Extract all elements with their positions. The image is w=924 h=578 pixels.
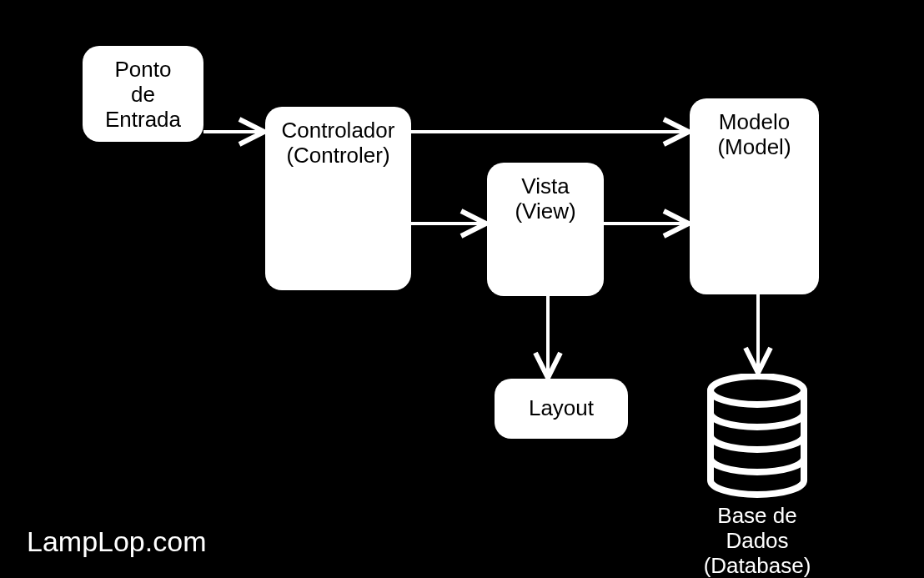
node-entry-line2: de: [131, 83, 155, 108]
database-label-line2: (Database): [704, 553, 811, 578]
database-label-line1: Base de Dados: [717, 503, 796, 553]
node-view-line2: (View): [515, 199, 575, 224]
node-controller-line2: (Controler): [286, 143, 389, 168]
node-entry-point: Ponto de Entrada: [83, 46, 203, 142]
node-entry-line3: Entrada: [105, 108, 181, 133]
node-model-line1: Modelo: [719, 110, 790, 135]
database-icon: [699, 374, 816, 499]
node-view: Vista (View): [487, 163, 604, 296]
node-database: Base de Dados (Database): [690, 374, 824, 578]
arrow-view-to-layout: [540, 296, 556, 379]
arrow-view-to-model: [604, 215, 690, 232]
node-model-line2: (Model): [717, 135, 791, 160]
node-controller-line1: Controlador: [282, 118, 395, 143]
watermark-text: LampLop.com: [27, 525, 206, 558]
svg-point-0: [711, 376, 804, 405]
arrow-controller-to-model: [411, 123, 690, 140]
node-layout-line1: Layout: [529, 396, 594, 421]
node-model: Modelo (Model): [690, 98, 819, 294]
node-controller: Controlador (Controler): [265, 107, 411, 290]
arrow-model-to-database: [750, 294, 766, 374]
arrow-controller-to-view: [411, 215, 487, 232]
node-entry-line1: Ponto: [115, 58, 172, 83]
database-label: Base de Dados (Database): [690, 504, 824, 578]
node-view-line1: Vista: [521, 174, 569, 199]
arrow-entry-to-controller: [203, 123, 265, 140]
node-layout: Layout: [495, 379, 628, 439]
